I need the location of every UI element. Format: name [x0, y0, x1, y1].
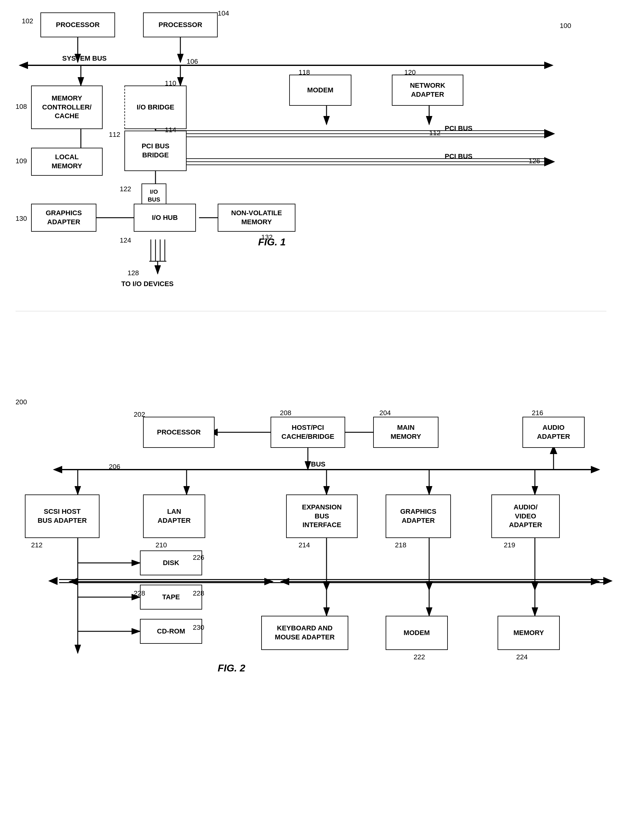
fig1-network-adapter-box: NETWORKADAPTER [392, 75, 463, 106]
fig1-ref-100: 100 [560, 22, 571, 30]
fig1-local-memory-ref: 109 [16, 157, 27, 165]
fig2-expansion-bus-ref: 214 [299, 541, 310, 549]
fig1-io-bridge-box: I/O BRIDGE [124, 86, 186, 129]
fig2-tape-ref2: 228 [193, 589, 204, 598]
fig2-bus-ref: 206 [109, 463, 121, 471]
fig1-io-devices-ref: 128 [127, 269, 139, 277]
fig2-keyboard-mouse-box: KEYBOARD ANDMOUSE ADAPTER [261, 616, 348, 650]
fig2-memory-ref: 224 [516, 653, 528, 661]
fig1-processor2-box: PROCESSOR [143, 13, 218, 37]
fig2-expansion-bus-box: EXPANSIONBUSINTERFACE [286, 494, 358, 538]
fig2-bus-label: BUS [311, 460, 325, 468]
fig2-lan-adapter-box: LANADAPTER [143, 494, 205, 538]
fig2-bus2-arrow-left [48, 577, 58, 585]
fig1-graphics-adapter-ref: 130 [16, 214, 27, 223]
fig2-host-pci-ref: 208 [280, 409, 291, 417]
fig2-processor-box: PROCESSOR [143, 417, 214, 448]
fig1-pci-bus-bridge-ref: 112 [109, 131, 121, 139]
fig1-graphics-adapter-box: GRAPHICSADAPTER [31, 204, 96, 232]
fig1-pci-bus1-label: PCI BUS [445, 124, 473, 133]
fig1-io-hub-ref: 124 [120, 236, 131, 244]
fig1-pci-bus-bridge-ref2: 114 [165, 126, 176, 134]
fig1-io-hub-box: I/O HUB [134, 204, 196, 232]
fig1-pci-bus-bridge-box: PCI BUSBRIDGE [124, 131, 186, 171]
fig1-label: FIG. 1 [258, 236, 286, 248]
divider [16, 311, 606, 311]
fig2-processor-ref: 202 [134, 410, 145, 419]
svg-marker-7 [19, 62, 28, 69]
fig1-processor1-box: PROCESSOR [41, 13, 115, 37]
svg-marker-24 [544, 157, 555, 166]
fig1-io-bridge-ref: 110 [165, 79, 176, 88]
fig1-pci-bus1-ref: 112 [429, 129, 441, 137]
fig2-bus2-line2 [59, 582, 603, 583]
fig2-audio-video-box: AUDIO/VIDEOADAPTER [491, 494, 560, 538]
fig1-non-volatile-box: NON-VOLATILEMEMORY [218, 204, 296, 232]
svg-marker-44 [591, 466, 600, 473]
fig1-memory-controller-box: MEMORYCONTROLLER/CACHE [31, 86, 103, 129]
fig1-pci-bus2-label: PCI BUS [445, 152, 473, 161]
diagram-container: 100 PROCESSOR 102 PROCESSOR 104 SYSTEM B… [0, 0, 626, 840]
fig2-main-memory-box: MAINMEMORY [373, 417, 438, 448]
fig2-cdrom-ref: 230 [193, 624, 204, 632]
fig2-lan-adapter-ref: 210 [155, 541, 167, 549]
fig2-scsi-host-ref: 212 [31, 541, 42, 549]
fig2-tape-ref: 228 [134, 589, 145, 598]
fig1-system-bus-ref: 106 [186, 58, 198, 66]
svg-marker-20 [544, 129, 555, 138]
fig2-label: FIG. 2 [218, 662, 246, 674]
fig1-system-bus-label: SYSTEM BUS [62, 55, 106, 63]
svg-marker-43 [53, 466, 62, 473]
fig1-local-memory-box: LOCALMEMORY [31, 148, 103, 176]
fig2-bus2-line1 [59, 579, 603, 580]
fig1-processor2-ref: 104 [218, 9, 229, 17]
fig2-audio-adapter-box: AUDIOADAPTER [523, 417, 585, 448]
fig2-ref-200: 200 [16, 398, 27, 406]
fig2-graphics-adapter-box: GRAPHICSADAPTER [386, 494, 451, 538]
fig1-memory-controller-ref: 108 [16, 103, 27, 111]
fig2-disk-ref: 226 [193, 554, 204, 562]
fig2-modem-box: MODEM [386, 616, 448, 650]
fig2-audio-video-ref: 219 [504, 541, 515, 549]
fig1-io-devices-label: TO I/O DEVICES [121, 280, 174, 288]
fig1-io-bus-ref: 122 [120, 185, 131, 193]
fig2-memory-box: MEMORY [498, 616, 560, 650]
fig1-network-adapter-ref: 120 [404, 69, 416, 77]
fig2-scsi-host-box: SCSI HOSTBUS ADAPTER [25, 494, 100, 538]
fig1-modem-box: MODEM [289, 75, 351, 106]
fig2-bus2-arrow-right [603, 577, 613, 585]
fig2-modem-ref: 222 [413, 653, 425, 661]
fig2-host-pci-box: HOST/PCICACHE/BRIDGE [271, 417, 345, 448]
fig1-modem-ref: 118 [299, 69, 310, 77]
fig1-pci-bus2-ref: 126 [529, 157, 540, 165]
fig2-main-memory-ref: 204 [379, 409, 391, 417]
svg-marker-8 [544, 62, 554, 69]
fig1-processor1-ref: 102 [22, 17, 33, 25]
fig2-graphics-adapter-ref: 218 [395, 541, 407, 549]
fig2-audio-adapter-ref: 216 [532, 409, 543, 417]
